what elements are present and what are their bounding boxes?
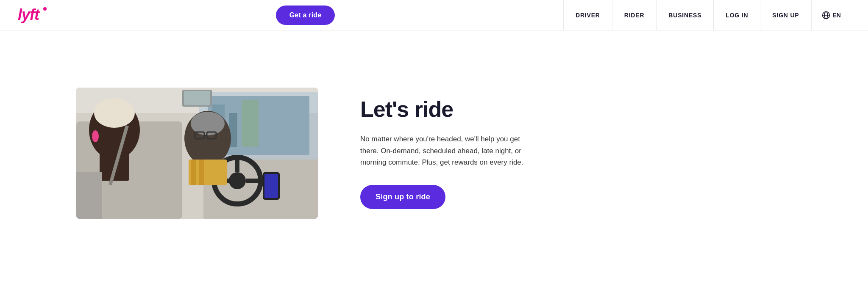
nav-link-signup[interactable]: SIGN UP — [760, 0, 811, 30]
sign-up-to-ride-button[interactable]: Sign up to ride — [360, 185, 445, 209]
svg-rect-36 — [76, 172, 102, 219]
nav-link-business[interactable]: BUSINESS — [656, 0, 713, 30]
svg-text:lyft: lyft — [18, 6, 40, 23]
globe-icon — [822, 11, 830, 19]
nav-link-driver[interactable]: DRIVER — [563, 0, 612, 30]
hero-title: Let's ride — [360, 97, 564, 121]
lyft-logo-svg: lyft — [17, 5, 47, 23]
svg-rect-34 — [191, 160, 196, 185]
nav-link-login[interactable]: LOG IN — [713, 0, 760, 30]
svg-point-25 — [94, 98, 135, 128]
svg-point-18 — [229, 172, 246, 189]
svg-point-1 — [43, 7, 47, 11]
svg-rect-14 — [242, 100, 259, 147]
hero-content: Let's ride No matter where you're headed… — [360, 97, 564, 209]
svg-rect-35 — [199, 160, 204, 185]
nav-link-rider[interactable]: RIDER — [612, 0, 657, 30]
hero-description: No matter where you're headed, we'll hel… — [360, 133, 538, 168]
svg-rect-16 — [184, 91, 210, 105]
lyft-logo[interactable]: lyft — [17, 9, 47, 27]
language-label: EN — [833, 12, 841, 19]
hero-image-container — [76, 88, 318, 219]
hero-section: Let's ride No matter where you're headed… — [0, 30, 868, 276]
get-ride-button[interactable]: Get a ride — [276, 6, 335, 25]
navbar-center: Get a ride — [276, 6, 335, 25]
logo-container[interactable]: lyft — [17, 5, 47, 26]
hero-image — [76, 88, 318, 219]
svg-point-27 — [92, 130, 99, 142]
navbar: lyft Get a ride DRIVER RIDER BUSINESS LO… — [0, 0, 868, 30]
language-selector[interactable]: EN — [811, 0, 851, 30]
svg-rect-23 — [264, 174, 278, 198]
navbar-right: DRIVER RIDER BUSINESS LOG IN SIGN UP EN — [563, 0, 851, 30]
